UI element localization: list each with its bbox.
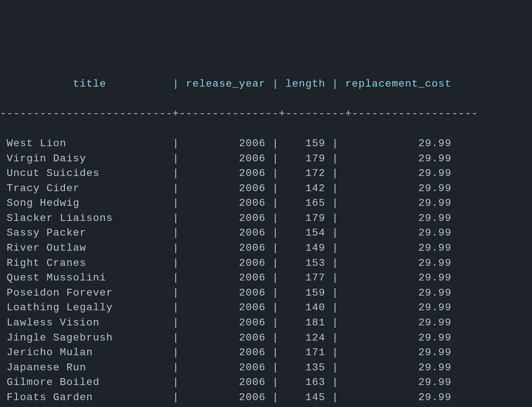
table-row: Quest Mussolini | 2006 | 177 | 29.99 [0,270,532,286]
table-row: West Lion | 2006 | 159 | 29.99 [0,136,532,151]
table-row: Jingle Sagebrush | 2006 | 124 | 29.99 [0,330,532,346]
table-row: River Outlaw | 2006 | 149 | 29.99 [0,241,532,256]
table-row: Lawless Vision | 2006 | 181 | 29.99 [0,315,532,330]
table-row: Virgin Daisy | 2006 | 179 | 29.99 [0,151,532,166]
table-row: Floats Garden | 2006 | 145 | 29.99 [0,390,532,405]
table-row: Sassy Packer | 2006 | 154 | 29.99 [0,226,532,241]
table-row: Right Cranes | 2006 | 153 | 29.99 [0,256,532,271]
table-row: Poseidon Forever | 2006 | 159 | 29.99 [0,286,532,301]
table-row: Gilmore Boiled | 2006 | 163 | 29.99 [0,375,532,390]
terminal-output: title | release_year | length | replacem… [0,62,532,407]
separator-row: --------------------------+-------------… [0,106,532,121]
table-body: West Lion | 2006 | 159 | 29.99 Virgin Da… [0,136,532,407]
table-row: Jericho Mulan | 2006 | 171 | 29.99 [0,345,532,360]
table-row: Tracy Cider | 2006 | 142 | 29.99 [0,181,532,196]
table-row: Japanese Run | 2006 | 135 | 29.99 [0,360,532,375]
table-row: Fantasia Park | 2006 | 131 | 29.99 [0,405,532,407]
table-row: Loathing Legally | 2006 | 140 | 29.99 [0,300,532,315]
header-row: title | release_year | length | replacem… [0,77,532,92]
table-row: Uncut Suicides | 2006 | 172 | 29.99 [0,166,532,181]
table-row: Slacker Liaisons | 2006 | 179 | 29.99 [0,211,532,226]
table-row: Song Hedwig | 2006 | 165 | 29.99 [0,196,532,211]
